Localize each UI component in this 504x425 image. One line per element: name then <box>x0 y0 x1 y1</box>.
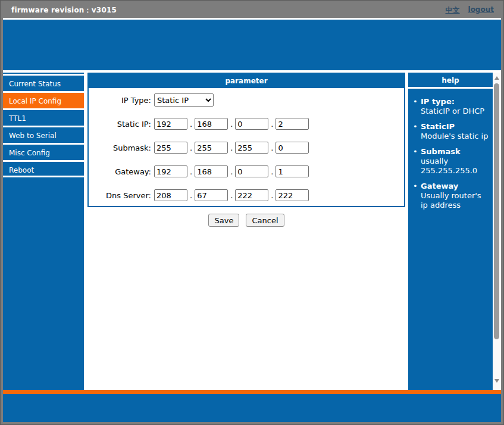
submask-octet-4[interactable] <box>276 142 309 154</box>
gateway-octet-2[interactable] <box>195 165 228 177</box>
help-desc: usually 255.255.255.0 <box>421 157 489 176</box>
octet-separator: . <box>271 167 273 176</box>
dns-server-label: Dns Server: <box>89 191 151 200</box>
help-term: Gateway <box>421 182 489 191</box>
bullet-icon: • <box>413 147 421 176</box>
octet-separator: . <box>230 167 233 176</box>
scroll-up-button[interactable] <box>493 74 501 82</box>
window-frame: firmware revision：v3015 中文 logout Curren… <box>0 0 504 425</box>
footer-banner <box>3 394 501 422</box>
help-desc: Usually router's ip address <box>421 191 489 210</box>
submask-label: Submask: <box>89 143 151 152</box>
save-button[interactable]: Save <box>208 214 239 227</box>
form-actions: Save Cancel <box>87 214 405 227</box>
orange-stripe <box>3 390 501 394</box>
gateway-octet-4[interactable] <box>276 165 309 177</box>
static-ip-octet-1[interactable] <box>154 118 187 130</box>
static-ip-octet-2[interactable] <box>195 118 228 130</box>
sidebar-item-web-to-serial[interactable]: Web to Serial <box>3 126 84 143</box>
help-panel: help • IP type: StaticIP or DHCP • Stati… <box>408 73 493 390</box>
help-panel-title: help <box>408 73 493 89</box>
submask-row: Submask: . . . <box>89 141 404 154</box>
sidebar-item-ttl1[interactable]: TTL1 <box>3 108 84 126</box>
octet-separator: . <box>190 120 192 129</box>
language-link[interactable]: 中文 <box>446 5 460 15</box>
ip-type-row: IP Type: Static IP <box>89 93 404 107</box>
static-ip-row: Static IP: . . . <box>89 117 404 130</box>
vertical-scrollbar[interactable] <box>493 73 501 390</box>
help-list: • IP type: StaticIP or DHCP • StaticIP M… <box>408 89 493 210</box>
content-area: Current Status Local IP Config TTL1 Web … <box>3 73 501 390</box>
dns-octet-4[interactable] <box>276 189 309 201</box>
octet-separator: . <box>271 120 273 129</box>
scrollbar-thumb[interactable] <box>494 83 499 339</box>
arrow-down-icon <box>494 379 499 383</box>
dns-octet-2[interactable] <box>195 189 228 201</box>
logout-link[interactable]: logout <box>468 5 494 15</box>
sidebar-item-reboot[interactable]: Reboot <box>3 160 84 177</box>
sidebar-item-local-ip-config[interactable]: Local IP Config <box>3 91 84 108</box>
cancel-button[interactable]: Cancel <box>246 214 284 227</box>
dns-octet-1[interactable] <box>154 189 187 201</box>
parameter-panel-title: parameter <box>89 74 404 88</box>
gateway-octet-1[interactable] <box>154 165 187 177</box>
bullet-icon: • <box>413 122 421 141</box>
dns-octet-3[interactable] <box>235 189 268 201</box>
help-item-gateway: • Gateway Usually router's ip address <box>413 182 489 210</box>
octet-separator: . <box>230 191 233 200</box>
help-term: StaticIP <box>421 122 489 132</box>
octet-separator: . <box>190 191 192 200</box>
sidebar-item-misc-config[interactable]: Misc Config <box>3 143 84 160</box>
header-banner <box>3 20 501 70</box>
gateway-label: Gateway: <box>89 167 151 176</box>
static-ip-octet-4[interactable] <box>276 118 309 130</box>
octet-separator: . <box>230 143 233 152</box>
gateway-octet-3[interactable] <box>235 165 268 177</box>
submask-octet-2[interactable] <box>195 142 228 154</box>
sidebar-item-current-status[interactable]: Current Status <box>3 74 84 91</box>
help-item-staticip: • StaticIP Module's static ip <box>413 122 489 141</box>
topbar-links: 中文 logout <box>446 5 494 15</box>
ip-type-label: IP Type: <box>89 96 151 105</box>
parameter-panel: parameter IP Type: Static IP Static IP: … <box>87 73 405 207</box>
parameter-section: parameter IP Type: Static IP Static IP: … <box>87 73 405 390</box>
firmware-revision-text: firmware revision：v3015 <box>11 5 117 15</box>
sidebar-nav: Current Status Local IP Config TTL1 Web … <box>3 73 84 390</box>
octet-separator: . <box>230 120 233 129</box>
help-item-submask: • Submask usually 255.255.255.0 <box>413 147 489 176</box>
top-bar: firmware revision：v3015 中文 logout <box>3 2 501 18</box>
octet-separator: . <box>190 167 192 176</box>
bullet-icon: • <box>413 182 421 210</box>
help-term: Submask <box>421 147 489 157</box>
gateway-row: Gateway: . . . <box>89 165 404 178</box>
static-ip-label: Static IP: <box>89 120 151 129</box>
octet-separator: . <box>190 143 192 152</box>
arrow-up-icon <box>494 76 499 80</box>
page: firmware revision：v3015 中文 logout Curren… <box>3 2 501 422</box>
octet-separator: . <box>271 143 273 152</box>
submask-octet-3[interactable] <box>235 142 268 154</box>
static-ip-octet-3[interactable] <box>235 118 268 130</box>
help-desc: Module's static ip <box>421 132 489 141</box>
help-term: IP type: <box>421 97 489 107</box>
ip-type-select[interactable]: Static IP <box>154 93 214 107</box>
submask-octet-1[interactable] <box>154 142 187 154</box>
dns-server-row: Dns Server: . . . <box>89 189 404 202</box>
parameter-form: IP Type: Static IP Static IP: . . <box>89 88 404 202</box>
scroll-down-button[interactable] <box>493 377 501 385</box>
bullet-icon: • <box>413 97 421 116</box>
octet-separator: . <box>271 191 273 200</box>
help-desc: StaticIP or DHCP <box>421 107 489 116</box>
help-item-ip-type: • IP type: StaticIP or DHCP <box>413 97 489 116</box>
